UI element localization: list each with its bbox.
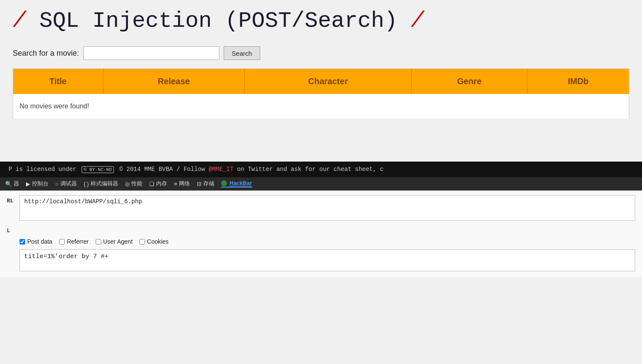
twitter-link[interactable]: @MME_IT <box>209 166 234 173</box>
checkbox-user-agent-label[interactable]: User Agent <box>96 238 133 245</box>
checkbox-user-agent[interactable] <box>96 239 101 245</box>
hackbar-label: HackBar <box>230 180 252 186</box>
devtools-item-storage[interactable]: ⊟ 存储 <box>197 180 214 188</box>
devtools-item-debugger[interactable]: ○ 调试器 <box>55 180 77 188</box>
devtools-item-console[interactable]: ▶ 控制台 <box>26 180 48 188</box>
page-title: / SQL Injection (POST/Search) / <box>13 9 629 34</box>
footer-bar: P is licensed under © BY-NC-ND © 2014 MM… <box>0 162 642 177</box>
devtools-item-perf[interactable]: ◎ 性能 <box>125 180 142 188</box>
console-label: 控制台 <box>32 180 48 188</box>
checkbox-cookies[interactable] <box>139 239 145 245</box>
perf-label: 性能 <box>131 180 142 188</box>
slash-left: / <box>13 9 26 34</box>
col-character: Character <box>244 69 412 94</box>
cc-badge: © BY-NC-ND <box>82 166 114 173</box>
debugger-label: 调试器 <box>60 180 77 188</box>
devtools-item-network[interactable]: ≡ 网络 <box>174 180 190 188</box>
devtools-item-picker[interactable]: 🔍 器 <box>5 180 19 188</box>
checkbox-referrer-label[interactable]: Referrer <box>59 238 88 245</box>
checkbox-user-agent-text: User Agent <box>103 238 133 245</box>
checkbox-post-data-label[interactable]: Post data <box>20 238 52 245</box>
main-content: / SQL Injection (POST/Search) / Search f… <box>0 0 642 162</box>
hackbar-sql-row: L <box>7 225 635 234</box>
search-input[interactable] <box>83 46 219 60</box>
title-text: SQL Injection (POST/Search) <box>39 9 411 34</box>
memory-icon: ❑ <box>149 181 154 187</box>
picker-icon: 🔍 <box>5 181 12 187</box>
network-label: 网络 <box>179 180 190 188</box>
hackbar-post-data-input[interactable]: title=1%'order by 7 #+ <box>20 249 635 271</box>
perf-icon: ◎ <box>125 181 130 187</box>
hackbar-sql-label: L <box>7 225 15 234</box>
cc-icon: © <box>84 167 87 172</box>
cc-text: BY-NC-ND <box>89 167 112 172</box>
search-row: Search for a movie: Search <box>13 46 629 60</box>
checkbox-post-data[interactable] <box>20 239 25 245</box>
table-empty-row: No movies were found! <box>13 94 629 119</box>
devtools-item-hackbar[interactable]: HackBar <box>221 180 252 188</box>
hackbar-dot-icon <box>221 180 227 186</box>
checkbox-cookies-label[interactable]: Cookies <box>139 238 169 245</box>
devtools-item-style[interactable]: { } 样式编辑器 <box>84 180 118 188</box>
hackbar-url-input[interactable]: http://localhost/bWAPP/sqli_6.php <box>20 195 635 221</box>
hackbar-url-row: RL http://localhost/bWAPP/sqli_6.php <box>7 195 635 221</box>
hackbar-panel: RL http://localhost/bWAPP/sqli_6.php L P… <box>0 191 642 277</box>
movie-table: Title Release Character Genre IMDb No mo… <box>13 68 629 119</box>
col-genre: Genre <box>412 69 527 94</box>
checkbox-cookies-text: Cookies <box>147 238 169 245</box>
console-icon: ▶ <box>26 181 30 187</box>
col-imdb: IMDb <box>527 69 629 94</box>
footer-year-text: © 2014 MME BVBA / Follow <box>119 166 205 173</box>
col-release: Release <box>103 69 244 94</box>
search-label: Search for a movie: <box>13 49 79 58</box>
hackbar-url-label: RL <box>7 195 15 204</box>
col-title: Title <box>13 69 103 94</box>
picker-label: 器 <box>14 180 19 188</box>
checkbox-post-data-text: Post data <box>27 238 52 245</box>
network-icon: ≡ <box>174 181 177 187</box>
footer-text-before: P is licensed under <box>9 166 77 173</box>
checkbox-referrer-text: Referrer <box>67 238 88 245</box>
checkbox-referrer[interactable] <box>59 239 65 245</box>
dev-toolbar: 🔍 器 ▶ 控制台 ○ 调试器 { } 样式编辑器 ◎ 性能 ❑ 内存 ≡ 网络… <box>0 177 642 191</box>
debugger-icon: ○ <box>55 181 59 187</box>
search-button[interactable]: Search <box>224 46 260 60</box>
devtools-item-memory[interactable]: ❑ 内存 <box>149 180 167 188</box>
storage-label: 存储 <box>203 180 214 188</box>
footer-after-text: on Twitter and ask for our cheat sheet, … <box>237 166 383 173</box>
style-icon: { } <box>84 181 89 187</box>
table-body: No movies were found! <box>13 94 629 119</box>
style-label: 样式编辑器 <box>91 180 118 188</box>
memory-label: 内存 <box>156 180 167 188</box>
table-header: Title Release Character Genre IMDb <box>13 69 629 94</box>
hackbar-checkboxes: Post data Referrer User Agent Cookies <box>7 238 635 245</box>
no-movies-message: No movies were found! <box>13 94 629 119</box>
slash-right: / <box>411 9 424 34</box>
table-header-row: Title Release Character Genre IMDb <box>13 69 629 94</box>
storage-icon: ⊟ <box>197 181 202 187</box>
